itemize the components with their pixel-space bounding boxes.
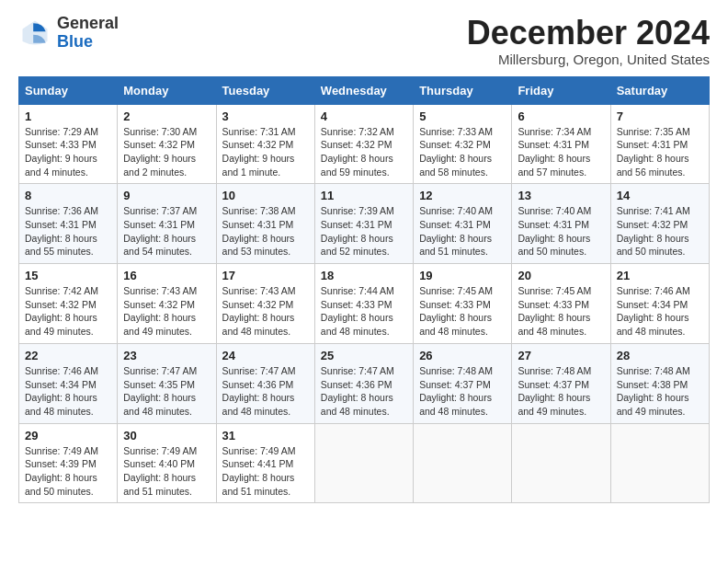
weekday-header-friday: Friday bbox=[512, 76, 610, 104]
title-section: December 2024 Millersburg, Oregon, Unite… bbox=[467, 15, 710, 67]
calendar-table: SundayMondayTuesdayWednesdayThursdayFrid… bbox=[18, 76, 710, 504]
day-number: 19 bbox=[419, 269, 506, 282]
day-info: Sunrise: 7:45 AMSunset: 4:33 PMDaylight:… bbox=[518, 284, 604, 339]
day-info: Sunrise: 7:42 AMSunset: 4:32 PMDaylight:… bbox=[25, 284, 111, 339]
calendar-cell: 20Sunrise: 7:45 AMSunset: 4:33 PMDayligh… bbox=[512, 264, 610, 344]
day-info: Sunrise: 7:48 AMSunset: 4:38 PMDaylight:… bbox=[617, 364, 703, 419]
page-header: General Blue December 2024 Millersburg, … bbox=[18, 15, 710, 67]
day-number: 27 bbox=[518, 349, 604, 362]
day-number: 4 bbox=[321, 109, 407, 123]
calendar-cell: 1Sunrise: 7:29 AMSunset: 4:33 PMDaylight… bbox=[19, 104, 118, 184]
day-number: 14 bbox=[617, 189, 703, 202]
day-info: Sunrise: 7:49 AMSunset: 4:39 PMDaylight:… bbox=[25, 444, 111, 499]
day-number: 7 bbox=[617, 109, 703, 123]
day-number: 13 bbox=[518, 189, 604, 202]
day-number: 6 bbox=[518, 109, 604, 123]
day-number: 24 bbox=[222, 349, 309, 362]
calendar-cell: 16Sunrise: 7:43 AMSunset: 4:32 PMDayligh… bbox=[118, 264, 216, 344]
calendar-cell: 8Sunrise: 7:36 AMSunset: 4:31 PMDaylight… bbox=[19, 184, 118, 264]
day-number: 12 bbox=[419, 189, 506, 202]
calendar-cell: 4Sunrise: 7:32 AMSunset: 4:32 PMDaylight… bbox=[314, 104, 413, 184]
logo-text: General Blue bbox=[57, 15, 119, 52]
day-info: Sunrise: 7:49 AMSunset: 4:40 PMDaylight:… bbox=[123, 444, 210, 499]
calendar-cell: 7Sunrise: 7:35 AMSunset: 4:31 PMDaylight… bbox=[610, 104, 709, 184]
calendar-cell: 17Sunrise: 7:43 AMSunset: 4:32 PMDayligh… bbox=[216, 264, 314, 344]
day-number: 20 bbox=[518, 269, 604, 282]
page-title: December 2024 bbox=[467, 15, 710, 52]
calendar-cell: 3Sunrise: 7:31 AMSunset: 4:32 PMDaylight… bbox=[216, 104, 314, 184]
day-info: Sunrise: 7:35 AMSunset: 4:31 PMDaylight:… bbox=[617, 125, 703, 179]
calendar-week-row: 22Sunrise: 7:46 AMSunset: 4:34 PMDayligh… bbox=[19, 343, 710, 423]
day-info: Sunrise: 7:39 AMSunset: 4:31 PMDaylight:… bbox=[321, 204, 407, 259]
calendar-cell bbox=[314, 423, 413, 503]
calendar-cell: 18Sunrise: 7:44 AMSunset: 4:33 PMDayligh… bbox=[314, 264, 413, 344]
calendar-cell: 24Sunrise: 7:47 AMSunset: 4:36 PMDayligh… bbox=[216, 343, 314, 423]
day-number: 3 bbox=[222, 109, 309, 123]
day-info: Sunrise: 7:47 AMSunset: 4:36 PMDaylight:… bbox=[321, 364, 407, 419]
calendar-cell: 29Sunrise: 7:49 AMSunset: 4:39 PMDayligh… bbox=[19, 423, 118, 503]
day-info: Sunrise: 7:46 AMSunset: 4:34 PMDaylight:… bbox=[617, 284, 703, 339]
day-info: Sunrise: 7:46 AMSunset: 4:34 PMDaylight:… bbox=[25, 364, 111, 419]
calendar-cell bbox=[414, 423, 512, 503]
weekday-header-sunday: Sunday bbox=[19, 76, 118, 104]
day-number: 9 bbox=[123, 189, 210, 202]
day-number: 25 bbox=[321, 349, 407, 362]
logo-icon bbox=[18, 17, 51, 50]
day-number: 18 bbox=[321, 269, 407, 282]
calendar-cell: 22Sunrise: 7:46 AMSunset: 4:34 PMDayligh… bbox=[19, 343, 118, 423]
day-number: 21 bbox=[617, 269, 703, 282]
day-info: Sunrise: 7:36 AMSunset: 4:31 PMDaylight:… bbox=[25, 204, 111, 259]
calendar-cell: 6Sunrise: 7:34 AMSunset: 4:31 PMDaylight… bbox=[512, 104, 610, 184]
calendar-cell: 14Sunrise: 7:41 AMSunset: 4:32 PMDayligh… bbox=[610, 184, 709, 264]
day-number: 5 bbox=[419, 109, 506, 123]
weekday-header-wednesday: Wednesday bbox=[314, 76, 413, 104]
day-info: Sunrise: 7:34 AMSunset: 4:31 PMDaylight:… bbox=[518, 125, 604, 179]
day-info: Sunrise: 7:33 AMSunset: 4:32 PMDaylight:… bbox=[419, 125, 506, 179]
day-number: 31 bbox=[222, 429, 309, 442]
day-number: 23 bbox=[123, 349, 210, 362]
calendar-week-row: 8Sunrise: 7:36 AMSunset: 4:31 PMDaylight… bbox=[19, 184, 710, 264]
day-info: Sunrise: 7:47 AMSunset: 4:36 PMDaylight:… bbox=[222, 364, 309, 419]
day-number: 11 bbox=[321, 189, 407, 202]
calendar-header-row: SundayMondayTuesdayWednesdayThursdayFrid… bbox=[19, 76, 710, 104]
calendar-cell: 25Sunrise: 7:47 AMSunset: 4:36 PMDayligh… bbox=[314, 343, 413, 423]
calendar-cell: 21Sunrise: 7:46 AMSunset: 4:34 PMDayligh… bbox=[610, 264, 709, 344]
calendar-cell: 2Sunrise: 7:30 AMSunset: 4:32 PMDaylight… bbox=[118, 104, 216, 184]
weekday-header-saturday: Saturday bbox=[610, 76, 709, 104]
calendar-cell: 27Sunrise: 7:48 AMSunset: 4:37 PMDayligh… bbox=[512, 343, 610, 423]
calendar-week-row: 29Sunrise: 7:49 AMSunset: 4:39 PMDayligh… bbox=[19, 423, 710, 503]
calendar-week-row: 15Sunrise: 7:42 AMSunset: 4:32 PMDayligh… bbox=[19, 264, 710, 344]
weekday-header-monday: Monday bbox=[118, 76, 216, 104]
day-info: Sunrise: 7:47 AMSunset: 4:35 PMDaylight:… bbox=[123, 364, 210, 419]
calendar-cell: 26Sunrise: 7:48 AMSunset: 4:37 PMDayligh… bbox=[414, 343, 512, 423]
day-number: 17 bbox=[222, 269, 309, 282]
page-subtitle: Millersburg, Oregon, United States bbox=[467, 52, 710, 67]
day-number: 1 bbox=[25, 109, 111, 123]
day-info: Sunrise: 7:30 AMSunset: 4:32 PMDaylight:… bbox=[123, 125, 210, 179]
day-info: Sunrise: 7:48 AMSunset: 4:37 PMDaylight:… bbox=[518, 364, 604, 419]
day-number: 8 bbox=[25, 189, 111, 202]
day-number: 26 bbox=[419, 349, 506, 362]
day-info: Sunrise: 7:29 AMSunset: 4:33 PMDaylight:… bbox=[25, 125, 111, 179]
day-info: Sunrise: 7:38 AMSunset: 4:31 PMDaylight:… bbox=[222, 204, 309, 259]
day-info: Sunrise: 7:45 AMSunset: 4:33 PMDaylight:… bbox=[419, 284, 506, 339]
day-info: Sunrise: 7:49 AMSunset: 4:41 PMDaylight:… bbox=[222, 444, 309, 499]
calendar-week-row: 1Sunrise: 7:29 AMSunset: 4:33 PMDaylight… bbox=[19, 104, 710, 184]
day-info: Sunrise: 7:43 AMSunset: 4:32 PMDaylight:… bbox=[222, 284, 309, 339]
day-info: Sunrise: 7:40 AMSunset: 4:31 PMDaylight:… bbox=[419, 204, 506, 259]
day-info: Sunrise: 7:44 AMSunset: 4:33 PMDaylight:… bbox=[321, 284, 407, 339]
calendar-cell: 13Sunrise: 7:40 AMSunset: 4:31 PMDayligh… bbox=[512, 184, 610, 264]
calendar-cell bbox=[610, 423, 709, 503]
day-info: Sunrise: 7:31 AMSunset: 4:32 PMDaylight:… bbox=[222, 125, 309, 179]
calendar-cell: 31Sunrise: 7:49 AMSunset: 4:41 PMDayligh… bbox=[216, 423, 314, 503]
day-number: 29 bbox=[25, 429, 111, 442]
day-number: 30 bbox=[123, 429, 210, 442]
calendar-cell: 19Sunrise: 7:45 AMSunset: 4:33 PMDayligh… bbox=[414, 264, 512, 344]
day-info: Sunrise: 7:41 AMSunset: 4:32 PMDaylight:… bbox=[617, 204, 703, 259]
calendar-cell: 9Sunrise: 7:37 AMSunset: 4:31 PMDaylight… bbox=[118, 184, 216, 264]
calendar-cell bbox=[512, 423, 610, 503]
calendar-cell: 23Sunrise: 7:47 AMSunset: 4:35 PMDayligh… bbox=[118, 343, 216, 423]
weekday-header-thursday: Thursday bbox=[414, 76, 512, 104]
day-number: 28 bbox=[617, 349, 703, 362]
day-number: 2 bbox=[123, 109, 210, 123]
